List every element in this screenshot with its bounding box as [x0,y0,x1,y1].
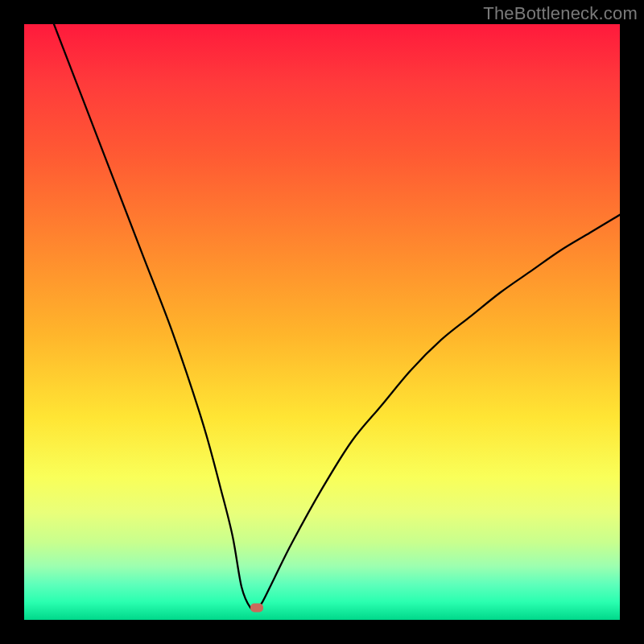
bottleneck-curve [24,24,620,620]
chart-frame: TheBottleneck.com [0,0,644,644]
plot-area [24,24,620,620]
optimal-point-marker [250,604,263,613]
watermark-text: TheBottleneck.com [483,3,638,24]
curve-line [54,24,620,609]
